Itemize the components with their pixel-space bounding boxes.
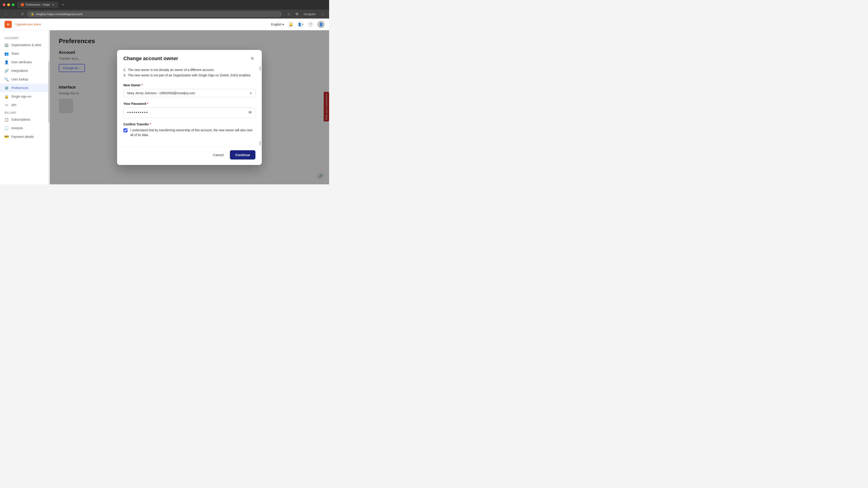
browser-controls: ← → ↺ 🔒 insights.hotjar.com/settings/acc… <box>0 9 329 19</box>
account-section-label: Account <box>0 35 50 41</box>
team-icon: 👥 <box>4 52 8 56</box>
sidebar-item-api[interactable]: <> API <box>0 101 50 109</box>
browser-actions: ☆ ⧉ Incognito ⋮ <box>285 11 327 17</box>
sidebar-item-invoices[interactable]: 🧾 Invoices <box>0 124 50 132</box>
owner-value: Mary Jenny Johnson - 1969293d@moodjoy.co… <box>127 91 195 95</box>
new-owner-field: New Owner * Mary Jenny Johnson - 1969293… <box>123 84 255 97</box>
user-avatar[interactable]: 👤 <box>317 21 324 28</box>
sidebar-item-subscriptions[interactable]: 📋 Subscriptions <box>0 115 50 124</box>
subscriptions-icon: 📋 <box>4 118 8 122</box>
sso-icon: 🔒 <box>4 94 8 98</box>
sidebar-item-organizations-sites[interactable]: 🏢 Organizations & sites <box>0 41 50 49</box>
continue-button[interactable]: Continue <box>230 150 255 160</box>
sidebar-item-team[interactable]: 👥 Team <box>0 49 50 58</box>
back-button[interactable]: ← <box>3 11 9 17</box>
sidebar-item-label: Preferences <box>11 86 28 90</box>
billing-section-label: Billing <box>0 109 50 115</box>
topbar: H Upgrade your plans English ▾ 🔔 👤+ ? 👤 <box>0 19 329 30</box>
preferences-icon: ⚙️ <box>4 86 8 90</box>
sidebar-scrollbar-thumb <box>48 61 50 123</box>
payment-icon: 💳 <box>4 135 8 139</box>
language-label: English <box>271 23 281 26</box>
condition-item-3: 3. The new owner is not part of an Organ… <box>123 72 255 78</box>
organizations-icon: 🏢 <box>4 43 8 47</box>
notifications-icon[interactable]: 🔔 <box>287 21 294 28</box>
tab-favicon <box>21 3 24 6</box>
select-arrow-icon: ▾ <box>250 91 252 95</box>
new-tab-button[interactable]: + <box>60 2 66 7</box>
modal-overlay[interactable]: Change account owner ✕ 2. The new owner … <box>50 30 329 184</box>
sidebar-item-label: Invoices <box>11 126 23 130</box>
bookmark-icon[interactable]: ☆ <box>285 11 292 17</box>
sidebar-scrollbar[interactable] <box>48 30 50 184</box>
password-label: Your Password * <box>123 102 255 105</box>
sidebar-item-label: API <box>11 103 17 107</box>
lock-icon: 🔒 <box>31 12 34 15</box>
sidebar: Account 🏢 Organizations & sites 👥 Team 👤… <box>0 30 50 184</box>
extensions-icon[interactable]: ⧉ <box>294 11 300 17</box>
user-lookup-icon: 🔍 <box>4 77 8 81</box>
modal-close-button[interactable]: ✕ <box>249 55 255 62</box>
browser-tab[interactable]: Preferences - Hotjar ✕ <box>17 2 58 8</box>
incognito-label: Incognito <box>302 11 317 17</box>
password-input[interactable] <box>123 107 255 118</box>
refresh-button[interactable]: ↺ <box>19 11 25 17</box>
confirm-transfer-label: Confirm Transfer * <box>123 123 255 126</box>
forward-button[interactable]: → <box>11 11 17 17</box>
sidebar-item-payment-details[interactable]: 💳 Payment details <box>0 132 50 141</box>
sidebar-item-user-attributes[interactable]: 👤 User attributes <box>0 58 50 66</box>
modal-header: Change account owner ✕ <box>117 50 262 65</box>
sidebar-item-integrations[interactable]: 🔗 Integrations <box>0 66 50 75</box>
sidebar-item-label: User lookup <box>11 77 28 81</box>
tab-title: Preferences - Hotjar <box>26 3 50 6</box>
api-icon: <> <box>4 103 8 107</box>
cancel-button[interactable]: Cancel <box>209 151 227 159</box>
browser-chrome: Preferences - Hotjar ✕ + <box>0 0 329 9</box>
confirm-transfer-section: Confirm Transfer * I understand that by … <box>123 123 255 137</box>
confirm-checkbox-row: I understand that by transferring owners… <box>123 128 255 137</box>
sidebar-item-label: Single sign-on <box>11 95 31 98</box>
sidebar-item-label: User attributes <box>11 60 32 64</box>
modal-title: Change account owner <box>123 56 178 61</box>
sidebar-item-label: Team <box>11 52 19 55</box>
modal-footer: Cancel Continue <box>117 147 262 165</box>
sidebar-item-label: Payment details <box>11 135 34 138</box>
page-area: Preferences Account Transfer acco... Cha… <box>50 30 329 184</box>
conditions-list: 2. The new owner is not already an owner… <box>123 67 255 78</box>
modal-body: 2. The new owner is not already an owner… <box>117 65 262 147</box>
toggle-password-icon[interactable]: 👁 <box>248 110 252 115</box>
topbar-right: English ▾ 🔔 👤+ ? 👤 <box>271 21 324 28</box>
owner-select[interactable]: Mary Jenny Johnson - 1969293d@moodjoy.co… <box>123 89 255 97</box>
integrations-icon: 🔗 <box>4 69 8 73</box>
confirm-checkbox-label: I understand that by transferring owners… <box>130 128 255 137</box>
sidebar-item-preferences[interactable]: ⚙️ Preferences <box>0 84 50 92</box>
password-wrapper: 👁 <box>123 107 255 118</box>
upgrade-link[interactable]: Upgrade your plans <box>16 23 41 26</box>
modal-scroll-bottom <box>259 141 261 145</box>
sidebar-item-label: Integrations <box>11 69 28 72</box>
language-arrow: ▾ <box>282 23 284 26</box>
help-icon[interactable]: ? <box>307 21 314 28</box>
invoices-icon: 🧾 <box>4 126 8 130</box>
condition-item-2: 2. The new owner is not already an owner… <box>123 67 255 72</box>
language-selector[interactable]: English ▾ <box>271 23 284 26</box>
change-account-owner-modal: Change account owner ✕ 2. The new owner … <box>117 50 262 165</box>
page-wrapper: H Upgrade your plans English ▾ 🔔 👤+ ? 👤 … <box>0 19 329 184</box>
add-user-icon[interactable]: 👤+ <box>298 21 304 28</box>
sidebar-item-label: Organizations & sites <box>11 43 41 47</box>
tab-close-button[interactable]: ✕ <box>52 3 55 6</box>
user-attributes-icon: 👤 <box>4 60 8 64</box>
sidebar-item-label: Subscriptions <box>11 118 30 121</box>
hotjar-logo: H <box>4 21 12 28</box>
password-field-section: Your Password * 👁 <box>123 102 255 118</box>
sidebar-item-single-sign-on[interactable]: 🔒 Single sign-on <box>0 92 50 101</box>
address-bar[interactable]: 🔒 insights.hotjar.com/settings/account <box>27 11 282 17</box>
main-content: Account 🏢 Organizations & sites 👥 Team 👤… <box>0 30 329 184</box>
modal-scroll-top <box>259 66 261 71</box>
menu-icon[interactable]: ⋮ <box>319 11 327 17</box>
sidebar-item-user-lookup[interactable]: 🔍 User lookup <box>0 75 50 84</box>
confirm-checkbox[interactable] <box>123 128 127 132</box>
new-owner-label: New Owner * <box>123 84 255 87</box>
url-text: insights.hotjar.com/settings/account <box>36 12 82 16</box>
